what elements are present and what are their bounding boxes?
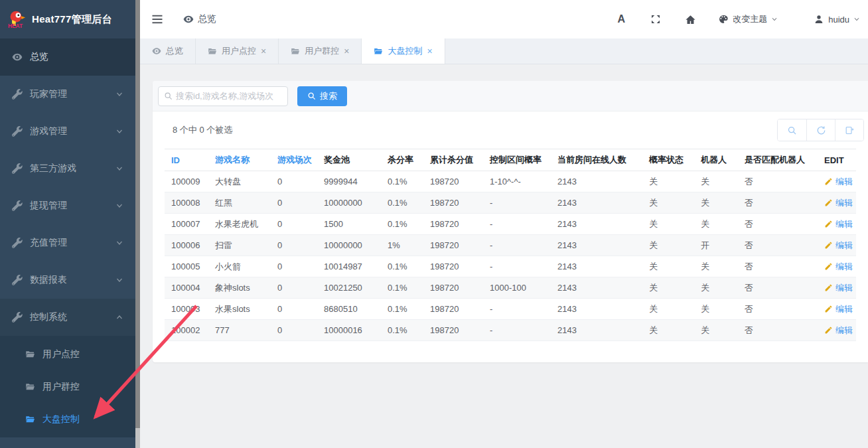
close-tab-icon[interactable]: ×: [427, 46, 432, 56]
edit-link[interactable]: 编辑: [835, 197, 853, 209]
user-icon: [814, 14, 824, 25]
column-header[interactable]: ID: [165, 149, 208, 171]
parrot-logo-icon: HEAT: [7, 9, 27, 29]
pencil-icon: [824, 305, 833, 313]
cell-prob_status: 关: [642, 192, 694, 214]
edit-link[interactable]: 编辑: [835, 218, 853, 230]
menu-toggle-icon[interactable]: [151, 14, 163, 25]
font-size-button[interactable]: A: [604, 13, 638, 25]
sidebar-item-dashboard-control[interactable]: 大盘控制: [0, 403, 135, 435]
top-header: 总览 A 改变主题 huid: [140, 0, 868, 38]
app-logo[interactable]: HEAT Heat777管理后台: [0, 0, 135, 38]
tab-dashboard-control[interactable]: 大盘控制×: [362, 38, 445, 64]
refresh-button[interactable]: [806, 119, 835, 141]
column-header: 控制区间概率: [483, 149, 551, 171]
sidebar-item-player-management[interactable]: 玩家管理: [0, 76, 135, 113]
cell-edit: 编辑: [818, 320, 856, 341]
column-header: 是否匹配机器人: [738, 149, 818, 171]
table-row[interactable]: 100009大转盘099999440.1%1987201-10^-^-2143关…: [165, 171, 856, 192]
edit-link[interactable]: 编辑: [835, 303, 853, 315]
cell-id: 100002: [165, 320, 208, 341]
scrollbar-thumb[interactable]: [135, 0, 140, 428]
user-dropdown[interactable]: huidu: [814, 14, 860, 25]
table-action-buttons: [777, 119, 864, 141]
cell-kill_rate: 0.1%: [381, 214, 423, 235]
tab-overview[interactable]: 总览: [140, 38, 196, 64]
close-tab-icon[interactable]: ×: [344, 46, 349, 56]
tab-label: 用户群控: [305, 45, 339, 57]
sidebar-item-data-reports[interactable]: 数据报表: [0, 261, 135, 299]
search-icon: [307, 92, 316, 100]
sidebar-item-control-system[interactable]: 控制系统: [0, 299, 135, 336]
cell-kill_total: 198720: [423, 171, 483, 192]
cell-prob_status: 关: [642, 277, 694, 299]
cell-online: 2143: [551, 256, 642, 277]
sidebar-item-label: 总览: [30, 51, 48, 63]
edit-link[interactable]: 编辑: [835, 240, 853, 252]
cell-game_name: 水果slots: [208, 299, 271, 320]
cell-prize_pool: 10014987: [317, 256, 381, 277]
eye-icon: [12, 52, 23, 62]
table-row[interactable]: 100006扫雷0100000001%198720-2143关开否编辑: [165, 235, 856, 256]
cell-robot: 关: [694, 256, 738, 277]
home-icon[interactable]: [673, 14, 707, 25]
cell-robot: 关: [694, 299, 738, 320]
close-tab-icon[interactable]: ×: [261, 46, 266, 56]
cell-id: 100006: [165, 235, 208, 256]
svg-text:HEAT: HEAT: [8, 23, 23, 29]
table-row[interactable]: 100003水果slots086805100.1%198720-2143关关否编…: [165, 299, 856, 320]
sidebar-item-withdraw-management[interactable]: 提现管理: [0, 187, 135, 224]
chevron-down-icon: [115, 90, 123, 98]
table-row[interactable]: 100005小火箭0100149870.1%198720-2143关关否编辑: [165, 256, 856, 277]
cell-kill_rate: 0.1%: [381, 299, 423, 320]
selection-count-text: 8 个中 0 个被选: [173, 124, 232, 136]
cell-edit: 编辑: [818, 256, 856, 277]
folder-icon: [291, 46, 300, 56]
games-table: ID游戏名称游戏场次奖金池杀分率累计杀分值控制区间概率当前房间在线人数概率状态机…: [165, 149, 856, 341]
wrench-icon: [12, 238, 23, 248]
chevron-down-icon: [115, 165, 123, 173]
edit-link[interactable]: 编辑: [835, 176, 853, 188]
sidebar-item-overview[interactable]: 总览: [0, 38, 135, 76]
chevron-down-icon: [853, 16, 860, 23]
palette-icon: [718, 14, 729, 25]
column-header: 机器人: [694, 149, 738, 171]
cell-online: 2143: [551, 235, 642, 256]
sidebar-item-user-point-control[interactable]: 用户点控: [0, 338, 135, 370]
sidebar-item-third-party-games[interactable]: 第三方游戏: [0, 150, 135, 187]
eye-icon: [183, 14, 194, 25]
search-button[interactable]: 搜索: [297, 86, 347, 106]
table-row[interactable]: 100007水果老虎机015000.1%198720-2143关关否编辑: [165, 214, 856, 235]
edit-link[interactable]: 编辑: [835, 325, 853, 336]
cell-prize_pool: 9999944: [317, 171, 381, 192]
cell-prize_pool: 10021250: [317, 277, 381, 299]
fullscreen-icon[interactable]: [638, 14, 673, 25]
cell-kill_rate: 0.1%: [381, 171, 423, 192]
sidebar-item-recharge-management[interactable]: 充值管理: [0, 224, 135, 261]
wrench-icon: [12, 200, 23, 211]
sidebar-scrollbar[interactable]: [135, 0, 140, 448]
sidebar-item-user-group-control[interactable]: 用户群控: [0, 370, 135, 403]
column-search-button[interactable]: [778, 119, 806, 141]
cell-session: 0: [271, 320, 317, 341]
cell-kill_total: 198720: [423, 192, 483, 214]
column-header[interactable]: 游戏场次: [271, 149, 317, 171]
table-row[interactable]: 1000027770100000160.1%198720-2143关关否编辑: [165, 320, 856, 341]
sidebar-item-label: 游戏管理: [30, 125, 67, 137]
cell-session: 0: [271, 277, 317, 299]
theme-dropdown[interactable]: 改变主题: [718, 13, 778, 25]
column-header: 累计杀分值: [423, 149, 483, 171]
sidebar-item-game-management[interactable]: 游戏管理: [0, 113, 135, 150]
table-row[interactable]: 100004象神slots0100212500.1%1987201000-100…: [165, 277, 856, 299]
cell-robot: 关: [694, 214, 738, 235]
table-row[interactable]: 100008红黑0100000000.1%198720-2143关关否编辑: [165, 192, 856, 214]
column-header[interactable]: 游戏名称: [208, 149, 271, 171]
export-button[interactable]: [835, 119, 863, 141]
edit-link[interactable]: 编辑: [835, 282, 853, 294]
sidebar-item-label: 大盘控制: [42, 413, 80, 425]
tab-user-group-control[interactable]: 用户群控×: [279, 38, 362, 64]
edit-link[interactable]: 编辑: [835, 261, 853, 273]
tab-user-point-control[interactable]: 用户点控×: [196, 38, 279, 64]
chevron-down-icon: [115, 276, 123, 284]
search-input[interactable]: [176, 91, 293, 101]
